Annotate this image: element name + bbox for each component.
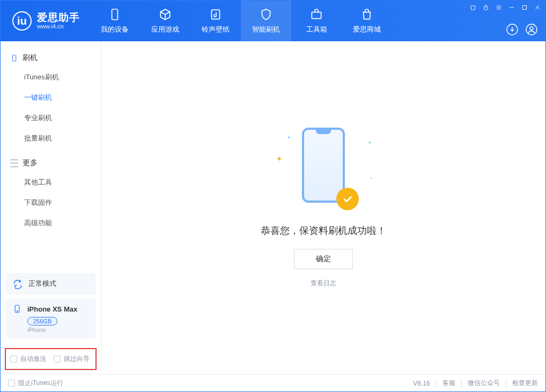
success-title: 恭喜您，保资料刷机成功啦！ bbox=[261, 224, 386, 237]
sidebar-item-advanced[interactable]: 高级功能 bbox=[1, 213, 101, 233]
user-icon[interactable] bbox=[525, 23, 538, 36]
sparkle-icon: ✦ bbox=[370, 176, 373, 180]
shirt-icon[interactable] bbox=[469, 4, 477, 11]
device-icon bbox=[108, 8, 122, 21]
sidebar-item-pro-flash[interactable]: 专业刷机 bbox=[1, 108, 101, 128]
sidebar-item-itunes-flash[interactable]: iTunes刷机 bbox=[1, 67, 101, 87]
svg-point-10 bbox=[17, 311, 18, 312]
checkbox-icon bbox=[8, 380, 15, 387]
titlebar: iu 爱思助手 www.i4.cn 我的设备 应用游戏 铃声壁纸 智能刷机 bbox=[1, 1, 545, 41]
view-log-link[interactable]: 查看日志 bbox=[311, 279, 336, 288]
nav-apps-games[interactable]: 应用游戏 bbox=[140, 1, 190, 41]
svg-rect-2 bbox=[312, 12, 321, 19]
svg-point-6 bbox=[526, 24, 537, 35]
phone-icon bbox=[10, 54, 18, 62]
status-link-support[interactable]: 客服 bbox=[442, 379, 455, 388]
svg-point-7 bbox=[530, 27, 533, 30]
mode-card[interactable]: 正常模式 bbox=[6, 273, 95, 294]
download-icon[interactable] bbox=[506, 23, 519, 36]
sidebar-item-download-firmware[interactable]: 下载固件 bbox=[1, 193, 101, 213]
svg-rect-3 bbox=[484, 7, 488, 10]
success-panel: ✦ ✦ ✦ ✦ 恭喜您，保资料刷机成功啦！ 确定 查看日志 bbox=[261, 128, 386, 288]
minimize-icon[interactable] bbox=[508, 4, 515, 11]
device-type: iPhone bbox=[27, 327, 89, 333]
device-name: iPhone XS Max bbox=[27, 305, 77, 313]
mode-label: 正常模式 bbox=[28, 279, 56, 289]
options-highlight-box: 自动激活 跳过向导 bbox=[5, 348, 97, 370]
app-window: iu 爱思助手 www.i4.cn 我的设备 应用游戏 铃声壁纸 智能刷机 bbox=[0, 0, 546, 392]
top-nav: 我的设备 应用游戏 铃声壁纸 智能刷机 工具箱 爱思商城 bbox=[90, 1, 392, 41]
nav-smart-flash[interactable]: 智能刷机 bbox=[241, 1, 291, 41]
checkbox-icon bbox=[10, 356, 17, 363]
checkbox-skip-guide[interactable]: 跳过向导 bbox=[54, 354, 90, 364]
sidebar-item-other-tools[interactable]: 其他工具 bbox=[1, 172, 101, 193]
check-circle-icon bbox=[336, 188, 359, 210]
device-panel: 正常模式 iPhone XS Max 256GB iPhone bbox=[1, 268, 101, 344]
nav-store[interactable]: 爱思商城 bbox=[342, 1, 392, 41]
device-phone-icon bbox=[12, 304, 22, 314]
shield-icon bbox=[259, 8, 273, 21]
svg-rect-4 bbox=[523, 6, 527, 10]
sparkle-icon: ✦ bbox=[287, 135, 291, 140]
main-content: ✦ ✦ ✦ ✦ 恭喜您，保资料刷机成功啦！ 确定 查看日志 bbox=[101, 41, 545, 374]
menu-icon[interactable] bbox=[495, 4, 503, 11]
window-controls-top bbox=[469, 4, 541, 11]
sidebar-group-more: 更多 bbox=[1, 154, 101, 172]
refresh-icon bbox=[12, 278, 23, 289]
sidebar: 刷机 iTunes刷机 一键刷机 专业刷机 批量刷机 更多 其他工具 下载固件 … bbox=[1, 41, 101, 374]
bag-icon bbox=[360, 8, 374, 21]
logo: iu 爱思助手 www.i4.cn bbox=[1, 1, 90, 41]
body: 刷机 iTunes刷机 一键刷机 专业刷机 批量刷机 更多 其他工具 下载固件 … bbox=[1, 41, 545, 374]
svg-rect-0 bbox=[112, 9, 118, 20]
briefcase-icon bbox=[309, 8, 323, 21]
statusbar: 阻止iTunes运行 V8.16 | 客服 | 微信公众号 | 检查更新 bbox=[1, 374, 545, 391]
storage-badge: 256GB bbox=[27, 317, 57, 326]
nav-ringtones[interactable]: 铃声壁纸 bbox=[190, 1, 241, 41]
sidebar-item-oneclick-flash[interactable]: 一键刷机 bbox=[1, 87, 101, 108]
ok-button[interactable]: 确定 bbox=[294, 249, 353, 269]
sidebar-group-flash: 刷机 bbox=[1, 49, 101, 67]
checkbox-auto-activate[interactable]: 自动激活 bbox=[10, 354, 46, 364]
device-card[interactable]: iPhone XS Max 256GB iPhone bbox=[6, 299, 95, 338]
checkbox-block-itunes[interactable]: 阻止iTunes运行 bbox=[8, 379, 63, 388]
success-illustration: ✦ ✦ ✦ ✦ bbox=[291, 128, 356, 213]
checkbox-icon bbox=[54, 356, 61, 363]
sparkle-icon: ✦ bbox=[368, 140, 372, 145]
window-controls-bottom bbox=[506, 23, 538, 36]
lock-icon[interactable] bbox=[482, 4, 490, 11]
music-icon bbox=[209, 8, 223, 21]
status-link-wechat[interactable]: 微信公众号 bbox=[468, 379, 500, 388]
nav-my-device[interactable]: 我的设备 bbox=[90, 1, 140, 41]
app-subtitle: www.i4.cn bbox=[37, 23, 80, 29]
svg-rect-8 bbox=[12, 55, 16, 61]
svg-rect-1 bbox=[211, 10, 219, 19]
maximize-icon[interactable] bbox=[521, 4, 528, 11]
app-title: 爱思助手 bbox=[37, 12, 80, 24]
logo-icon: iu bbox=[12, 11, 32, 31]
version-label: V8.16 bbox=[413, 380, 430, 387]
sidebar-item-batch-flash[interactable]: 批量刷机 bbox=[1, 128, 101, 149]
close-icon[interactable] bbox=[534, 4, 541, 11]
sparkle-icon: ✦ bbox=[276, 154, 283, 163]
nav-toolbox[interactable]: 工具箱 bbox=[291, 1, 342, 41]
cube-icon bbox=[158, 8, 172, 21]
status-link-update[interactable]: 检查更新 bbox=[512, 379, 538, 388]
list-icon bbox=[10, 159, 18, 167]
